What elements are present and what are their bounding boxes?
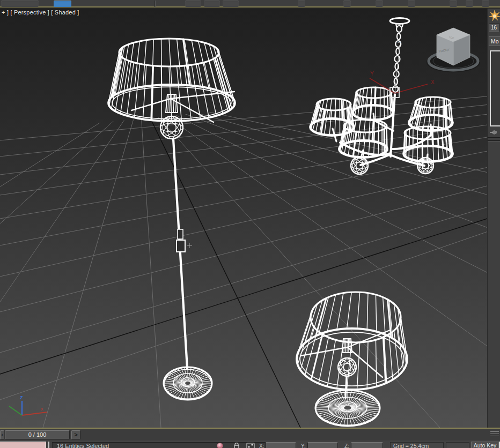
transform-gizmo[interactable]: X Y Z [370,39,435,98]
world-axis-tripod: Z x [9,395,47,415]
top-toolbar [0,0,500,8]
y-coord-field[interactable] [307,442,338,448]
toolbar-button[interactable] [408,1,415,7]
selection-sphere-icon[interactable] [217,443,223,448]
toolbar-button[interactable] [1,1,39,7]
selection-cursor [177,229,192,252]
listener-splitter[interactable] [48,442,49,448]
pin-stack-icon[interactable] [490,130,498,135]
toolbar-blue-icon[interactable] [54,1,71,7]
x-coord-field[interactable] [266,442,296,448]
world-z-label: Z [20,395,23,400]
create-tab-icon[interactable] [489,10,500,21]
time-slider-bar: ‹ 0 / 100 > [0,428,500,440]
y-coord-label: Y: [301,443,306,448]
panel-divider [488,140,500,141]
toolbar-button[interactable] [185,1,201,7]
time-tag-box[interactable] [446,442,469,448]
status-bar: 16 Entities Selected X: Y: Z: Grid = 25.… [0,440,500,448]
panel-divider [488,137,500,138]
toolbar-separator [155,1,156,7]
frame-forward-button[interactable]: > [71,430,80,439]
toolbar-button[interactable] [223,1,239,7]
time-slider[interactable]: 0 / 100 [5,430,70,439]
grid-setting-display: Grid = 25.4cm [390,442,444,448]
panel-value-field[interactable]: 16 [489,24,500,32]
selection-lock-icon[interactable] [233,443,240,448]
lamp-wireframes[interactable] [108,18,453,427]
x-coord-label: X: [259,443,264,448]
gizmo-z-label: Z [398,39,401,44]
modifier-list-button[interactable]: Mo [489,36,500,46]
absolute-mode-icon[interactable] [246,443,255,448]
toolbar-button[interactable] [376,1,383,7]
viewport-label[interactable]: + ] [ Perspective ] [ Shaded ] [2,9,79,16]
modifier-stack[interactable] [490,50,500,126]
viewport-canvas[interactable]: X Y Z TOP FRONT Z x [0,9,487,428]
gizmo-y-label: Y [370,71,374,77]
z-coord-field[interactable] [351,442,383,448]
toolbar-button[interactable] [343,1,351,7]
toolbar-button[interactable] [466,1,473,7]
world-x-label: x [41,406,43,412]
toolbar-button[interactable] [482,1,489,7]
macro-recorder[interactable] [0,442,46,448]
toolbar-button[interactable] [450,1,457,7]
viewcube[interactable]: TOP FRONT [427,28,480,72]
perspective-viewport[interactable]: + ] [ Perspective ] [ Shaded ] X [0,9,487,428]
z-coord-label: Z: [344,443,349,448]
command-panel-sliver: 16 Mo [487,9,500,428]
frame-back-button[interactable]: ‹ [0,430,4,439]
toolbar-button[interactable] [204,1,220,7]
gizmo-x-label: X [431,79,435,85]
auto-key-button[interactable]: Auto Key [471,442,499,448]
toolbar-button[interactable] [298,1,305,7]
